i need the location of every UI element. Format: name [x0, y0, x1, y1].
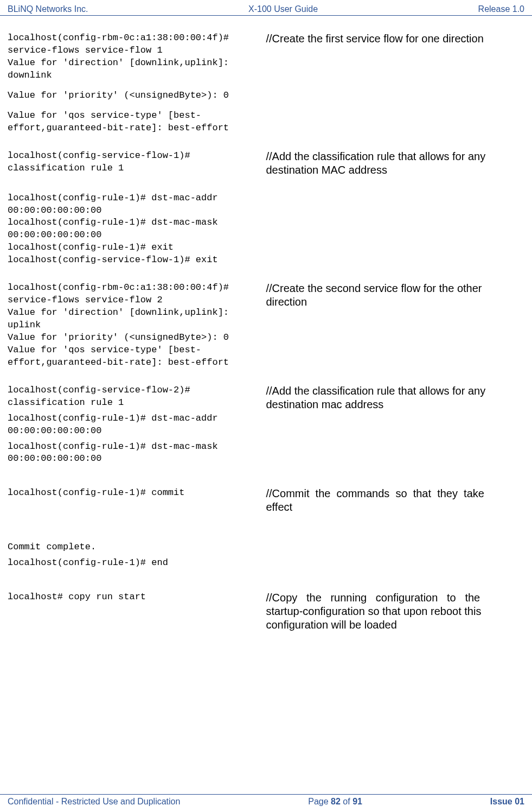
header-company: BLiNQ Networks Inc. — [8, 4, 88, 14]
block-row: localhost(config-rbm-0c:a1:38:00:00:4f)#… — [8, 32, 524, 135]
code-line: Value for 'direction' [downlink,uplink]: — [8, 57, 266, 69]
footer-page-middle: of — [341, 797, 352, 806]
code-line: 00:00:00:00:00:00 — [8, 229, 266, 242]
comment-line: configuration will be loaded — [266, 618, 525, 632]
code-line: classification rule 1 — [8, 397, 266, 409]
footer-page: Page 82 of 91 — [308, 797, 362, 807]
comment-block: //Add the classification rule that allow… — [266, 384, 525, 466]
comment-line: //Add the classification rule that allow… — [266, 150, 525, 163]
code-line: 00:00:00:00:00:00 — [8, 453, 266, 465]
code-line: Value for 'priority' (<unsignedByte>): 0 — [8, 90, 266, 102]
code-block: Commit complete. localhost(config-rule-1… — [8, 541, 266, 569]
code-line: localhost(config-rule-1)# dst-mac-mask — [8, 441, 266, 453]
code-line: 00:00:00:00:00:00 — [8, 425, 266, 437]
comment-line: effect — [266, 500, 525, 514]
comment-block — [266, 541, 525, 569]
code-block: localhost(config-rbm-0c:a1:38:00:00:4f)#… — [8, 282, 266, 369]
code-line: Value for 'qos service-type' [best- — [8, 110, 266, 122]
comment-line: //Commit the commands so that they take — [266, 487, 525, 500]
comment-line: destination MAC address — [266, 163, 525, 177]
code-line: service-flows service-flow 1 — [8, 45, 266, 57]
code-line: localhost(config-rbm-0c:a1:38:00:00:4f)# — [8, 282, 266, 294]
code-block: localhost(config-rule-1)# commit — [8, 487, 266, 514]
code-block: localhost(config-service-flow-1)# classi… — [8, 150, 266, 177]
block-row: localhost# copy run start //Copy the run… — [8, 591, 524, 632]
code-line: classification rule 1 — [8, 162, 266, 175]
footer-issue-text: Issue 01 — [490, 797, 524, 806]
comment-block — [266, 192, 525, 267]
comment-line: direction — [266, 295, 525, 309]
comment-line: destination mac address — [266, 398, 525, 411]
code-line: localhost(config-rule-1)# exit — [8, 242, 266, 254]
comment-block: //Create the second service flow for the… — [266, 282, 525, 369]
code-line: localhost(config-service-flow-1)# — [8, 150, 266, 162]
comment-block: //Commit the commands so that they take … — [266, 487, 525, 514]
code-line: localhost# copy run start — [8, 591, 266, 604]
footer-page-total: 91 — [352, 797, 362, 806]
code-block: localhost(config-service-flow-2)# classi… — [8, 384, 266, 466]
code-line: Commit complete. — [8, 541, 266, 554]
code-line: 00:00:00:00:00:00 — [8, 205, 266, 217]
block-row: localhost(config-service-flow-1)# classi… — [8, 150, 524, 177]
comment-line: //Create the second service flow for the… — [266, 282, 525, 295]
header-release: Release 1.0 — [478, 4, 524, 14]
block-row: localhost(config-rbm-0c:a1:38:00:00:4f)#… — [8, 282, 524, 369]
block-row: Commit complete. localhost(config-rule-1… — [8, 541, 524, 569]
code-line: effort,guaranteed-bit-rate]: best-effort — [8, 122, 266, 135]
comment-line: //Create the first service flow for one … — [266, 32, 525, 46]
code-line: Value for 'priority' (<unsignedByte>): 0 — [8, 332, 266, 344]
code-line: localhost(config-rule-1)# commit — [8, 487, 266, 499]
code-line: effort,guaranteed-bit-rate]: best-effort — [8, 357, 266, 369]
code-line: localhost(config-rbm-0c:a1:38:00:00:4f)# — [8, 32, 266, 45]
comment-block: //Create the first service flow for one … — [266, 32, 525, 135]
block-row: localhost(config-rule-1)# dst-mac-addr 0… — [8, 192, 524, 267]
code-line: localhost(config-rule-1)# dst-mac-addr — [8, 192, 266, 205]
footer-issue: Issue 01 — [490, 797, 524, 807]
code-block: localhost# copy run start — [8, 591, 266, 632]
page-header: BLiNQ Networks Inc. X-100 User Guide Rel… — [0, 0, 532, 16]
footer-page-number: 82 — [331, 797, 341, 806]
comment-line: //Copy the running configuration to the — [266, 591, 525, 605]
footer-confidential: Confidential - Restricted Use and Duplic… — [8, 797, 180, 807]
page-footer: Confidential - Restricted Use and Duplic… — [0, 794, 532, 807]
code-line: uplink — [8, 319, 266, 332]
code-line: localhost(config-service-flow-1)# exit — [8, 254, 266, 267]
code-block: localhost(config-rule-1)# dst-mac-addr 0… — [8, 192, 266, 267]
code-line: localhost(config-rule-1)# dst-mac-mask — [8, 217, 266, 229]
block-row: localhost(config-rule-1)# commit //Commi… — [8, 487, 524, 514]
code-line: downlink — [8, 69, 266, 82]
block-row: localhost(config-service-flow-2)# classi… — [8, 384, 524, 466]
comment-block: //Add the classification rule that allow… — [266, 150, 525, 177]
code-line: localhost(config-rule-1)# end — [8, 557, 266, 569]
code-line: Value for 'direction' [downlink,uplink]: — [8, 307, 266, 319]
code-line: localhost(config-rule-1)# dst-mac-addr — [8, 413, 266, 425]
code-line: localhost(config-service-flow-2)# — [8, 384, 266, 397]
page-content: localhost(config-rbm-0c:a1:38:00:00:4f)#… — [0, 16, 532, 632]
code-line: Value for 'qos service-type' [best- — [8, 344, 266, 357]
comment-block: //Copy the running configuration to the … — [266, 591, 525, 632]
comment-line: startup-configuration so that upon reboo… — [266, 605, 525, 618]
header-title: X-100 User Guide — [248, 4, 318, 14]
footer-page-prefix: Page — [308, 797, 331, 806]
comment-line: //Add the classification rule that allow… — [266, 384, 525, 398]
code-line: service-flows service-flow 2 — [8, 294, 266, 307]
code-block: localhost(config-rbm-0c:a1:38:00:00:4f)#… — [8, 32, 266, 135]
